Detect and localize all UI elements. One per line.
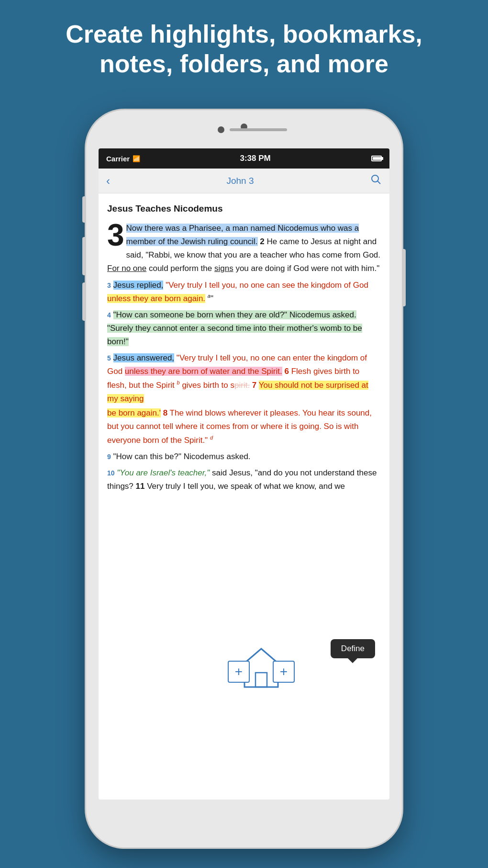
verse-9-num: 9: [107, 453, 111, 461]
bookmark-popup: + +: [242, 646, 280, 689]
verse-9-text: "How can this be?" Nicodemus asked.: [113, 452, 251, 461]
define-label: Define: [341, 644, 365, 653]
wifi-icon: 📶: [133, 155, 140, 162]
plus-left-icon: +: [235, 664, 243, 679]
highlight-yellow-1: unless they are born again.: [107, 294, 205, 303]
front-camera-dot: [218, 126, 224, 133]
svg-point-0: [372, 175, 378, 182]
status-carrier: Carrier 📶: [106, 155, 140, 163]
bookmark-house: + +: [242, 646, 280, 689]
verse-10-text: "You are Israel's teacher," said Jesus, …: [107, 468, 377, 491]
chapter-title: Jesus Teaches Nicodemus: [107, 201, 381, 216]
highlight-blue2: Jesus replied,: [113, 281, 164, 290]
status-battery: [370, 156, 382, 161]
underline-2: signs: [214, 264, 233, 273]
nav-title: John 3: [226, 176, 254, 186]
verse-4-text: "How can someone be born when they are o…: [107, 310, 362, 346]
plus-right-button[interactable]: +: [273, 661, 295, 683]
highlight-green-1: "How can someone be born when they are o…: [107, 310, 362, 346]
chapter-number: 3: [107, 222, 124, 250]
svg-rect-3: [255, 673, 267, 687]
mute-button[interactable]: [82, 196, 86, 223]
superscript-b: b: [177, 380, 180, 386]
header-line1: Create highlights, bookmarks,: [29, 19, 459, 49]
underline-1: For no one: [107, 264, 146, 273]
svg-line-1: [377, 181, 380, 184]
volume-up-button[interactable]: [82, 237, 86, 275]
back-button[interactable]: ‹: [106, 174, 110, 188]
bible-content: Jesus Teaches Nicodemus 3 Now there was …: [99, 193, 389, 501]
verse-3-block: 3 Jesus replied, "Very truly I tell you,…: [107, 279, 381, 306]
search-button[interactable]: [370, 174, 382, 188]
define-popup[interactable]: Define: [331, 639, 375, 658]
highlight-yellow-3: be born again.': [107, 408, 161, 417]
volume-down-button[interactable]: [82, 282, 86, 321]
nav-bar: ‹ John 3: [99, 169, 389, 193]
verse-3-text: Jesus replied, "Very truly I tell you, n…: [107, 281, 368, 304]
verse-block: 3 Now there was a Pharisee, a man named …: [107, 222, 381, 275]
phone-screen: Carrier 📶 3:38 PM ‹ John 3 Jesus Teaches…: [99, 148, 389, 800]
plus-left-button[interactable]: +: [228, 661, 250, 683]
power-button[interactable]: [402, 249, 406, 306]
verse-4-num: 4: [107, 311, 111, 319]
superscript-a: a: [208, 293, 211, 299]
verse-1-text: Now there was a Pharisee, a man named Ni…: [107, 224, 380, 273]
verse-4-block: 4 "How can someone be born when they are…: [107, 308, 381, 349]
highlight-pink-1: unless they are born of water and the Sp…: [125, 367, 282, 376]
highlight-blue3: Jesus answered,: [113, 353, 175, 362]
status-time: 3:38 PM: [240, 154, 270, 163]
phone-shell: Carrier 📶 3:38 PM ‹ John 3 Jesus Teaches…: [86, 110, 402, 847]
superscript-d: d: [210, 435, 213, 440]
verse-7-continued: be born again.' 8 The wind blows whereve…: [107, 406, 381, 447]
green-text-1: "You are Israel's teacher,": [117, 468, 210, 477]
verse-5-text: Jesus answered, "Very truly I tell you, …: [107, 353, 368, 403]
red-text-3: be born again.' 8 The wind blows whereve…: [107, 408, 372, 445]
status-bar: Carrier 📶 3:38 PM: [99, 148, 389, 169]
verse-10-num: 10: [107, 469, 115, 477]
speaker-bar: [230, 128, 287, 131]
header-line2: notes, folders, and more: [29, 49, 459, 79]
carrier-label: Carrier: [106, 155, 130, 163]
verse-9-block: 9 "How can this be?" Nicodemus asked.: [107, 450, 381, 463]
verse-5-block: 5 Jesus answered, "Very truly I tell you…: [107, 351, 381, 406]
verse-5-num: 5: [107, 354, 111, 362]
battery-icon: [371, 156, 382, 161]
header-text: Create highlights, bookmarks, notes, fol…: [0, 19, 488, 79]
plus-right-icon: +: [280, 664, 288, 679]
verse-3-num: 3: [107, 282, 111, 289]
verse-10-block: 10 "You are Israel's teacher," said Jesu…: [107, 466, 381, 493]
